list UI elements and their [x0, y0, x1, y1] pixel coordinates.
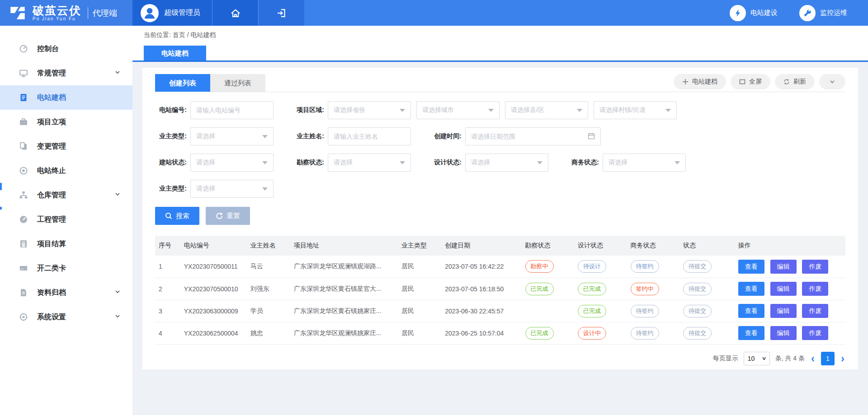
caret-down-icon: [537, 161, 542, 164]
sidebar-item-open-card[interactable]: 开二类卡: [0, 256, 132, 280]
province-select[interactable]: 请选择省份: [328, 101, 411, 119]
page-size-select[interactable]: 10 ∨: [744, 352, 770, 365]
sidebar-item-console[interactable]: 控制台: [0, 37, 132, 61]
refresh-icon: [783, 79, 790, 85]
search-icon: [165, 212, 172, 219]
survey-status-select[interactable]: 请选择: [328, 154, 411, 172]
sidebar-item-station-terminate[interactable]: 电站终止: [0, 159, 132, 183]
void-button[interactable]: 作废: [802, 326, 828, 340]
home-button[interactable]: [212, 0, 258, 26]
build-status-label: 建站状态:: [155, 159, 187, 167]
brand-subtitle: Po Jian Yun Fu: [33, 16, 81, 21]
fullscreen-button[interactable]: 全屏: [731, 74, 770, 89]
owner-type2-select[interactable]: 请选择: [190, 180, 274, 198]
business-status-select[interactable]: 请选择: [603, 154, 686, 172]
top-header: 破茧云伏 Po Jian Yun Fu 代理端 超级管理员: [0, 0, 868, 26]
breadcrumb-separator: /: [187, 31, 189, 38]
owner-name-label: 业主姓名:: [279, 132, 324, 140]
design-status-select[interactable]: 请选择: [465, 154, 548, 172]
town-select[interactable]: 请选择村镇/街道: [594, 101, 677, 119]
owner-name-input[interactable]: [334, 133, 405, 140]
sidebar-item-change-mgmt[interactable]: 变更管理: [0, 134, 132, 159]
sidebar-item-station-archive[interactable]: 电站建档: [0, 85, 132, 110]
sidebar-scrollbar[interactable]: [0, 207, 2, 210]
logout-icon: [276, 8, 287, 19]
next-page-button[interactable]: ›: [840, 353, 845, 364]
region-label: 项目区域:: [279, 106, 324, 114]
sidebar-item-general-mgmt[interactable]: 常规管理: [0, 61, 132, 85]
prev-page-button[interactable]: ‹: [810, 353, 816, 364]
page-tab-station-archive[interactable]: 电站建档: [144, 46, 206, 61]
owner-type-select[interactable]: 请选择: [190, 127, 274, 145]
settings-icon: [19, 312, 28, 322]
copy-pages-icon: [19, 142, 28, 151]
logout-button[interactable]: [258, 0, 304, 26]
breadcrumb-home[interactable]: 首页: [173, 31, 185, 38]
caret-down-icon: [577, 109, 582, 112]
tab-create-list[interactable]: 创建列表: [155, 74, 210, 92]
status-badge: 待签约: [631, 305, 659, 317]
fullscreen-icon: [739, 79, 745, 85]
search-button[interactable]: 搜索: [155, 207, 199, 225]
table-row: 2 YX2023070500010 刘强东 广东深圳龙华区黄石镇星官大... 居…: [155, 278, 845, 300]
view-button[interactable]: 查看: [738, 326, 764, 340]
card-icon: [19, 264, 28, 273]
city-select[interactable]: 请选择城市: [416, 101, 500, 119]
reset-button[interactable]: 重置: [206, 207, 250, 225]
county-select[interactable]: 请选择县/区: [505, 101, 588, 119]
edit-button[interactable]: 编辑: [770, 282, 797, 296]
document-icon: [19, 93, 28, 102]
station-no-input[interactable]: [196, 107, 268, 114]
sidebar-item-data-archive[interactable]: 资料归档: [0, 280, 132, 305]
total-count-label: 条, 共 4 条: [775, 354, 805, 363]
status-badge: 签约中: [631, 283, 659, 295]
tab-passed-list[interactable]: 通过列表: [210, 74, 265, 92]
sidebar: 控制台 常规管理 电站建档 项目立项 变更管理 电站终止: [0, 26, 132, 415]
view-button[interactable]: 查看: [738, 260, 764, 274]
collapse-button[interactable]: [819, 74, 845, 89]
edit-button[interactable]: 编辑: [770, 326, 797, 340]
status-badge: 勘察中: [525, 260, 554, 273]
owner-type2-label: 业主类型:: [155, 185, 187, 193]
station-table: 序号 电站编号 业主姓名 项目地址 业主类型 创建日期 勘察状态 设计状态 商务…: [155, 236, 845, 345]
sidebar-scrollbar[interactable]: [0, 183, 2, 190]
status-badge: 已完成: [578, 305, 606, 317]
add-station-button[interactable]: 电站建档: [674, 74, 726, 89]
survey-status-label: 勘察状态:: [279, 159, 324, 167]
sidebar-item-system-settings[interactable]: 系统设置: [0, 305, 132, 329]
monitor-icon: [19, 69, 28, 78]
void-button[interactable]: 作废: [802, 260, 828, 274]
lightning-icon: [730, 5, 746, 21]
module-station-build[interactable]: 电站建设: [730, 5, 778, 21]
caret-down-icon: [665, 109, 671, 112]
current-page-button[interactable]: 1: [821, 352, 835, 365]
filter-form: 电站编号: 项目区域: 请选择省份 请选择城市 请选择县/区 请选择村镇/街道 …: [155, 101, 845, 225]
sidebar-item-engineering-mgmt[interactable]: 工程管理: [0, 207, 132, 232]
build-status-select[interactable]: 请选择: [190, 154, 274, 172]
sidebar-item-project-initiation[interactable]: 项目立项: [0, 110, 132, 134]
status-badge: 已完成: [525, 283, 554, 295]
station-no-label: 电站编号:: [155, 106, 187, 114]
void-button[interactable]: 作废: [802, 282, 828, 296]
status-badge: 待提交: [683, 327, 712, 340]
user-menu[interactable]: 超级管理员: [132, 0, 212, 26]
edit-button[interactable]: 编辑: [770, 260, 797, 274]
date-range-input[interactable]: [465, 127, 601, 145]
refresh-button[interactable]: 刷新: [775, 74, 815, 89]
module-station-build-label: 电站建设: [750, 9, 778, 17]
void-button[interactable]: 作废: [802, 304, 828, 318]
view-button[interactable]: 查看: [738, 282, 764, 296]
module-monitor-ops[interactable]: 监控运维: [799, 5, 847, 21]
main-content: 当前位置: 首页 / 电站建档 电站建档 创建列表 通过列表 电站建档 全屏: [132, 26, 868, 415]
sidebar-item-warehouse-mgmt[interactable]: 仓库管理: [0, 183, 132, 207]
status-badge: 设计中: [578, 327, 606, 340]
gauge-icon: [19, 215, 28, 224]
view-button[interactable]: 查看: [738, 304, 764, 318]
brand-title: 破茧云伏: [33, 5, 81, 16]
chevron-down-icon: ∨: [761, 355, 766, 361]
business-status-label: 商务状态:: [554, 159, 599, 167]
avatar: [141, 4, 159, 22]
sidebar-item-project-settlement[interactable]: 项目结算: [0, 232, 132, 256]
edit-button[interactable]: 编辑: [770, 304, 797, 318]
owner-type-label: 业主类型:: [155, 132, 187, 140]
